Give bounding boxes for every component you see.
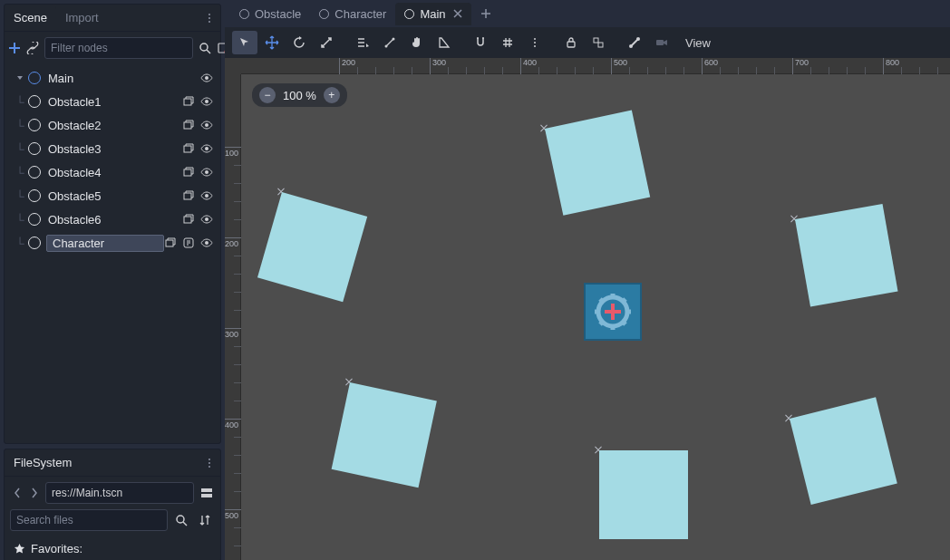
svg-point-2	[208, 21, 210, 23]
character-sprite[interactable]	[584, 283, 642, 341]
camera-override-button[interactable]	[649, 31, 674, 54]
visibility-icon[interactable]	[200, 166, 213, 179]
filesystem-panel: FileSystem	[4, 449, 221, 560]
snap-options[interactable]	[522, 31, 548, 54]
instance-icon[interactable]	[182, 142, 195, 155]
scene-tab[interactable]: Character	[310, 3, 395, 25]
instance-icon[interactable]	[182, 213, 195, 226]
scene-tabbar: ObstacleCharacterMain	[225, 0, 950, 27]
scene-tab-scene[interactable]: Scene	[5, 5, 56, 30]
view-menu[interactable]: View	[676, 33, 720, 53]
visibility-icon[interactable]	[200, 72, 213, 84]
visibility-icon[interactable]	[200, 213, 213, 226]
add-node-button[interactable]	[8, 38, 21, 58]
svg-point-10	[205, 123, 208, 127]
grid-snap-toggle[interactable]	[495, 31, 520, 54]
svg-point-27	[177, 516, 184, 523]
filter-nodes-input[interactable]	[44, 37, 193, 59]
bone-button[interactable]	[622, 31, 647, 54]
instance-icon[interactable]	[182, 95, 195, 108]
pivot-tool[interactable]	[377, 31, 402, 54]
zoom-value[interactable]: 100 %	[283, 89, 316, 102]
zoom-out-button[interactable]: −	[259, 87, 276, 103]
visibility-icon[interactable]	[200, 142, 213, 155]
zoom-control: − 100 % +	[252, 83, 347, 107]
svg-rect-19	[166, 240, 173, 246]
tree-node-label: Obstacle3	[46, 140, 182, 158]
obstacle-sprite[interactable]	[599, 450, 688, 539]
obstacle-sprite[interactable]	[332, 382, 437, 488]
scene-panel-menu[interactable]	[199, 13, 220, 24]
select-tool[interactable]	[232, 31, 257, 54]
obstacle-sprite[interactable]	[257, 192, 367, 302]
node-icon	[28, 166, 41, 179]
visibility-icon[interactable]	[200, 237, 213, 249]
tree-node[interactable]: └Obstacle1	[8, 90, 217, 113]
visibility-icon[interactable]	[200, 119, 213, 131]
instance-icon[interactable]	[164, 237, 177, 249]
ruler-vertical: 100200300400500	[225, 74, 241, 560]
fs-favorites-row[interactable]: Favorites:	[5, 536, 220, 560]
script-icon[interactable]	[182, 237, 195, 249]
scene-tab-label: Main	[420, 7, 445, 21]
node-icon	[28, 119, 41, 131]
visibility-icon[interactable]	[200, 189, 213, 202]
close-icon[interactable]	[451, 9, 462, 18]
visibility-icon[interactable]	[200, 95, 213, 108]
fs-search-input[interactable]	[10, 509, 168, 531]
scene-tab-label: Obstacle	[255, 7, 301, 21]
obstacle-sprite[interactable]	[795, 204, 898, 307]
instance-icon[interactable]	[182, 119, 195, 131]
new-scene-button[interactable]	[473, 5, 499, 23]
tree-node[interactable]: └Obstacle2	[8, 113, 217, 137]
instance-icon[interactable]	[182, 189, 195, 202]
svg-rect-11	[184, 146, 191, 152]
svg-rect-35	[598, 43, 603, 47]
node-icon	[404, 9, 414, 19]
zoom-in-button[interactable]: +	[324, 87, 340, 103]
canvas[interactable]: − 100 % +	[241, 74, 950, 560]
link-scene-button[interactable]	[26, 38, 39, 58]
tree-branch-icon: └	[12, 166, 28, 179]
fs-sort-button[interactable]	[195, 510, 215, 530]
scene-tab-import[interactable]: Import	[56, 5, 108, 30]
pan-tool[interactable]	[404, 31, 430, 54]
filter-search-icon[interactable]	[199, 38, 211, 58]
scene-tab[interactable]: Main	[395, 3, 470, 25]
collapse-icon[interactable]	[12, 73, 28, 82]
rotate-tool[interactable]	[286, 31, 312, 54]
fs-forward-button[interactable]	[28, 483, 43, 503]
scale-tool[interactable]	[314, 31, 339, 54]
viewport[interactable]: 200300400500600700800900 100200300400500…	[225, 58, 950, 560]
fs-split-button[interactable]	[198, 483, 215, 503]
obstacle-sprite[interactable]	[545, 111, 650, 216]
group-button[interactable]	[586, 31, 611, 54]
crosshair-icon	[611, 304, 615, 320]
lock-button[interactable]	[558, 31, 584, 54]
svg-rect-7	[184, 99, 191, 105]
move-tool[interactable]	[259, 31, 285, 54]
ruler-tool[interactable]	[431, 31, 457, 54]
filesystem-panel-menu[interactable]	[199, 458, 220, 468]
viewport-toolbar: View	[225, 27, 950, 58]
tree-node[interactable]: └Obstacle6	[8, 208, 217, 231]
svg-rect-34	[594, 38, 598, 43]
snap-toggle[interactable]	[468, 31, 493, 54]
tree-node[interactable]: └Obstacle5	[8, 184, 217, 208]
svg-point-0	[208, 14, 210, 15]
list-select-tool[interactable]	[350, 31, 375, 54]
fs-back-button[interactable]	[10, 483, 24, 503]
tree-node-main[interactable]: Main	[8, 66, 217, 90]
svg-point-22	[208, 459, 210, 460]
tree-node[interactable]: └Obstacle4	[8, 160, 217, 184]
tree-node[interactable]: └Character	[8, 231, 217, 255]
scene-tab[interactable]: Obstacle	[230, 3, 310, 25]
tree-node[interactable]: └Obstacle3	[8, 137, 217, 160]
instance-icon[interactable]	[182, 166, 195, 179]
scene-tree: Main └Obstacle1└Obstacle2└Obstacle3└Obst…	[5, 64, 220, 443]
svg-point-30	[534, 38, 536, 40]
fs-search-icon[interactable]	[171, 510, 191, 530]
svg-point-14	[205, 170, 208, 174]
fs-path-input[interactable]	[45, 482, 194, 504]
obstacle-sprite[interactable]	[790, 397, 897, 505]
